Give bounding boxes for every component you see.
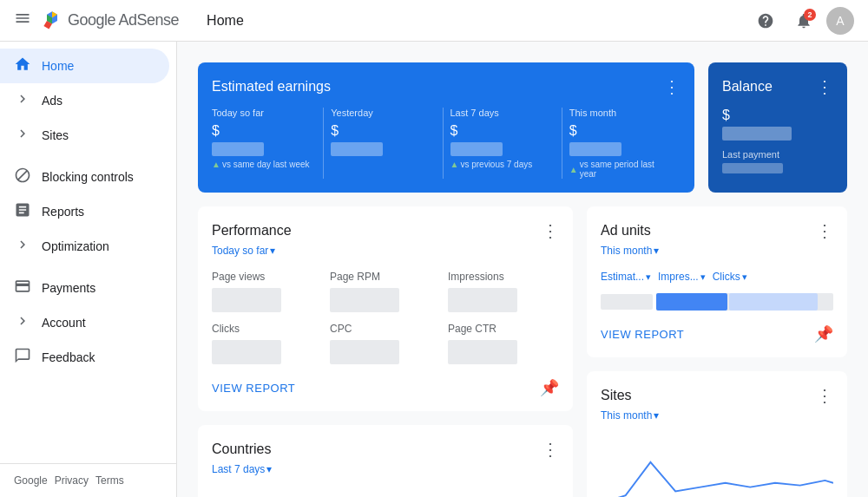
help-button[interactable] [750, 5, 781, 36]
ad-units-view-report-link[interactable]: VIEW REPORT [601, 328, 684, 341]
performance-view-report-link[interactable]: VIEW REPORT [212, 382, 295, 395]
balance-dollar: $ [722, 108, 730, 123]
sidebar-item-sites[interactable]: Sites [0, 118, 169, 153]
metric-clicks: Clicks [212, 323, 323, 364]
earnings-card-header: Estimated earnings ⋮ [212, 76, 681, 97]
sidebar-item-ads[interactable]: Ads [0, 83, 169, 118]
earnings-bar-today [212, 142, 264, 156]
sidebar-item-feedback[interactable]: Feedback [0, 340, 169, 375]
sidebar-item-account[interactable]: Account [0, 305, 169, 340]
metric-cpc-bar [330, 340, 399, 364]
earnings-col-today: Today so far $ ▲ vs same day last week [212, 108, 324, 179]
earnings-change-7days: ▲ vs previous 7 days [450, 160, 555, 169]
earnings-amount-yesterday: $ [331, 123, 435, 139]
ad-units-menu-icon[interactable]: ⋮ [816, 220, 833, 241]
avatar[interactable]: A [826, 7, 854, 35]
footer-privacy[interactable]: Privacy [55, 474, 89, 487]
bottom-row: Performance ⋮ Today so far ▾ Page views [198, 206, 847, 497]
filter-impres-btn[interactable]: Impres... ▾ [658, 271, 706, 283]
balance-header: Balance ⋮ [722, 76, 833, 97]
performance-header: Performance ⋮ [212, 220, 559, 241]
countries-menu-icon[interactable]: ⋮ [542, 439, 559, 460]
topbar-actions: 2 A [750, 5, 854, 36]
optimization-expand-icon [14, 237, 31, 257]
footer-terms[interactable]: Terms [95, 474, 124, 487]
ad-units-filters: Estimat... ▾ Impres... ▾ Clicks ▾ [601, 271, 833, 283]
countries-period[interactable]: Last 7 days ▾ [212, 463, 559, 475]
earnings-menu-icon[interactable]: ⋮ [663, 76, 681, 97]
metric-impressions: Impressions [448, 271, 559, 312]
ad-units-panel: Ad units ⋮ This month ▾ Estimat... ▾ Im [587, 206, 847, 357]
sidebar-item-reports[interactable]: Reports [0, 194, 169, 229]
metric-cpc-label: CPC [330, 323, 441, 335]
earnings-title: Estimated earnings [212, 79, 331, 95]
sidebar-item-blocking[interactable]: Blocking controls [0, 160, 169, 194]
countries-title: Countries [212, 441, 271, 457]
performance-view-report-row: VIEW REPORT 📌 [212, 378, 559, 397]
account-expand-icon [14, 313, 31, 333]
performance-pin-icon[interactable]: 📌 [540, 378, 559, 397]
countries-panel: Countries ⋮ Last 7 days ▾ [198, 425, 573, 497]
performance-menu-icon[interactable]: ⋮ [542, 220, 559, 241]
cards-row: Estimated earnings ⋮ Today so far $ ▲ vs… [198, 62, 847, 193]
filter-clicks-label: Clicks [713, 271, 740, 283]
page-title: Home [207, 13, 244, 29]
filter-impres-chevron: ▾ [700, 271, 706, 283]
menu-icon[interactable] [14, 10, 31, 31]
ad-units-period-label: This month [601, 245, 652, 257]
footer-google[interactable]: Google [14, 474, 48, 487]
balance-last-payment-bar [722, 163, 783, 173]
ad-units-header: Ad units ⋮ [601, 220, 833, 241]
layout: Home Ads Sites Blocking controls R [0, 42, 868, 497]
earnings-amount-month: $ [569, 123, 674, 139]
countries-period-label: Last 7 days [212, 463, 265, 475]
earnings-change-today: ▲ vs same day last week [212, 160, 316, 169]
logo: Google AdSense [42, 10, 179, 31]
ad-chart-row-1 [601, 293, 833, 311]
metric-pagectr-label: Page CTR [448, 323, 559, 335]
countries-period-chevron: ▾ [266, 463, 272, 475]
ad-bar-label-1 [601, 294, 653, 310]
ad-units-pin-icon[interactable]: 📌 [814, 324, 833, 343]
sites-period[interactable]: This month ▾ [601, 409, 833, 422]
earnings-amount-today: $ [212, 123, 316, 139]
metric-impressions-bar [448, 288, 517, 312]
earnings-col-7days: Last 7 days $ ▲ vs previous 7 days [444, 108, 562, 179]
earnings-bar-yesterday [331, 142, 383, 156]
ad-chart-area [601, 293, 833, 311]
filter-clicks-btn[interactable]: Clicks ▾ [713, 271, 747, 283]
filter-estimat-label: Estimat... [601, 271, 644, 283]
sites-expand-icon [14, 126, 31, 146]
performance-period[interactable]: Today so far ▾ [212, 245, 559, 257]
sites-period-label: This month [601, 409, 652, 422]
earnings-change-month: ▲ vs same period last year [569, 160, 674, 179]
earnings-amount-7days: $ [450, 123, 555, 139]
right-col: Ad units ⋮ This month ▾ Estimat... ▾ Im [587, 206, 847, 497]
sidebar-label-ads: Ads [42, 94, 62, 108]
metrics-grid: Page views Page RPM Impressions Cli [212, 271, 559, 364]
balance-title: Balance [722, 79, 773, 95]
sidebar-label-optimization: Optimization [42, 239, 109, 253]
notifications-button[interactable]: 2 [788, 5, 819, 36]
balance-menu-icon[interactable]: ⋮ [816, 76, 833, 97]
ad-units-period[interactable]: This month ▾ [601, 245, 833, 257]
main-content: Estimated earnings ⋮ Today so far $ ▲ vs… [177, 42, 868, 497]
sites-title: Sites [601, 388, 632, 403]
metric-pagerpm-label: Page RPM [330, 271, 441, 283]
sites-menu-icon[interactable]: ⋮ [816, 385, 833, 406]
sidebar-item-home[interactable]: Home [0, 49, 169, 83]
balance-amount: $ [722, 108, 833, 123]
metric-impressions-label: Impressions [448, 271, 559, 283]
countries-header: Countries ⋮ [212, 439, 559, 460]
filter-clicks-chevron: ▾ [742, 271, 747, 283]
home-icon [14, 56, 31, 77]
sidebar-label-blocking: Blocking controls [42, 170, 134, 184]
metric-pageviews-bar [212, 288, 281, 312]
filter-estimat-btn[interactable]: Estimat... ▾ [601, 271, 651, 283]
sidebar-item-payments[interactable]: Payments [0, 271, 169, 305]
ad-units-title: Ad units [601, 223, 651, 239]
reports-icon [14, 201, 31, 223]
metric-pageviews-label: Page views [212, 271, 323, 283]
sidebar-item-optimization[interactable]: Optimization [0, 229, 169, 264]
performance-period-label: Today so far [212, 245, 268, 257]
